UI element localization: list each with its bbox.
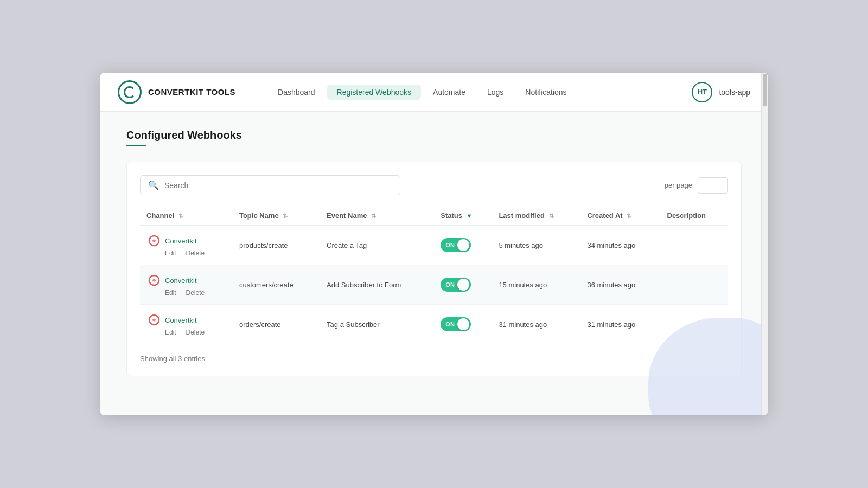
per-page-input[interactable]: 10 xyxy=(698,177,728,194)
edit-link[interactable]: Edit xyxy=(165,329,176,336)
search-box: 🔍 xyxy=(140,175,400,195)
toggle-knob xyxy=(457,239,469,251)
separator: | xyxy=(180,329,182,336)
channel-cell: Convertkit Edit | Delete xyxy=(146,273,226,297)
header: CONVERTKIT TOOLS Dashboard Registered We… xyxy=(100,73,768,112)
toggle-label: ON xyxy=(445,242,455,248)
separator: | xyxy=(180,249,182,257)
table-footer-text: Showing all 3 entries xyxy=(140,355,205,363)
channel-icon xyxy=(146,233,162,248)
search-input[interactable] xyxy=(164,181,392,190)
nav-item-automate[interactable]: Automate xyxy=(423,85,475,100)
main-content: Configured Webhooks 🔍 per page 10 xyxy=(100,112,768,415)
status-toggle[interactable]: ON xyxy=(441,238,471,252)
cell-topic: products/create xyxy=(233,226,320,265)
logo-area: CONVERTKIT TOOLS xyxy=(118,80,235,104)
table-row: Convertkit Edit | Delete orders/createTa… xyxy=(140,305,728,344)
col-event-name[interactable]: Event Name ⇅ xyxy=(320,206,434,226)
edit-link[interactable]: Edit xyxy=(165,249,176,257)
per-page-label: per page xyxy=(665,181,692,189)
delete-link[interactable]: Delete xyxy=(186,249,205,257)
avatar[interactable]: HT xyxy=(692,82,712,102)
scrollbar-thumb[interactable] xyxy=(763,74,767,106)
page-title-area: Configured Webhooks xyxy=(126,129,742,146)
page-title: Configured Webhooks xyxy=(126,129,742,142)
cell-created-at: 31 minutes ago xyxy=(580,305,660,344)
edit-link[interactable]: Edit xyxy=(165,289,176,297)
cell-description xyxy=(661,226,729,265)
channel-name: Convertkit xyxy=(165,316,197,324)
cell-channel: Convertkit Edit | Delete xyxy=(140,305,233,344)
cell-event: Create a Tag xyxy=(320,226,434,265)
sort-icon-created-at: ⇅ xyxy=(627,213,631,220)
col-topic-name[interactable]: Topic Name ⇅ xyxy=(233,206,320,226)
col-created-at[interactable]: Created At ⇅ xyxy=(580,206,660,226)
delete-link[interactable]: Delete xyxy=(186,329,205,336)
toggle-knob xyxy=(457,279,469,291)
channel-name: Convertkit xyxy=(165,277,197,285)
nav-item-dashboard[interactable]: Dashboard xyxy=(268,85,325,100)
cell-status: ON xyxy=(434,265,492,305)
cell-description xyxy=(661,305,729,344)
separator: | xyxy=(180,289,182,297)
scrollbar[interactable] xyxy=(761,73,768,415)
channel-icon xyxy=(146,273,162,288)
nav-item-logs[interactable]: Logs xyxy=(477,85,513,100)
cell-created-at: 36 minutes ago xyxy=(580,265,660,305)
user-area: HT tools-app xyxy=(692,82,750,102)
cell-event: Tag a Subscriber xyxy=(320,305,434,344)
col-description: Description xyxy=(661,206,729,226)
cell-topic: orders/create xyxy=(233,305,320,344)
status-toggle[interactable]: ON xyxy=(441,317,471,331)
col-status[interactable]: Status ▼ xyxy=(434,206,492,226)
col-last-modified[interactable]: Last modified ⇅ xyxy=(492,206,580,226)
cell-channel: Convertkit Edit | Delete xyxy=(140,265,233,305)
search-icon: 🔍 xyxy=(148,180,159,190)
sort-icon-status: ▼ xyxy=(467,213,473,219)
cell-event: Add Subscriber to Form xyxy=(320,265,434,305)
cell-last-modified: 31 minutes ago xyxy=(492,305,580,344)
sort-icon-event: ⇅ xyxy=(371,213,376,220)
status-toggle[interactable]: ON xyxy=(441,278,471,292)
cell-topic: customers/create xyxy=(233,265,320,305)
table-row: Convertkit Edit | Delete products/create… xyxy=(140,226,728,265)
channel-cell: Convertkit Edit | Delete xyxy=(146,233,226,257)
cell-last-modified: 15 minutes ago xyxy=(492,265,580,305)
sort-icon-last-modified: ⇅ xyxy=(549,213,554,220)
channel-name: Convertkit xyxy=(165,237,197,245)
table-footer: Showing all 3 entries xyxy=(140,355,728,363)
logo-text: CONVERTKIT TOOLS xyxy=(148,87,235,97)
table-toolbar: 🔍 per page 10 xyxy=(140,175,728,195)
cell-description xyxy=(661,265,729,305)
col-channel[interactable]: Channel ⇅ xyxy=(140,206,233,226)
cell-channel: Convertkit Edit | Delete xyxy=(140,226,233,265)
nav-item-registered-webhooks[interactable]: Registered Webhooks xyxy=(327,85,421,100)
cell-created-at: 34 minutes ago xyxy=(580,226,660,265)
main-nav: Dashboard Registered Webhooks Automate L… xyxy=(268,85,692,100)
sort-icon-channel: ⇅ xyxy=(178,213,183,220)
table-card: 🔍 per page 10 Channel ⇅ xyxy=(126,162,742,376)
cell-status: ON xyxy=(434,305,492,344)
sort-icon-topic: ⇅ xyxy=(283,213,288,220)
cell-last-modified: 5 minutes ago xyxy=(492,226,580,265)
delete-link[interactable]: Delete xyxy=(186,289,205,297)
cell-status: ON xyxy=(434,226,492,265)
nav-item-notifications[interactable]: Notifications xyxy=(515,85,576,100)
table-row: Convertkit Edit | Delete customers/creat… xyxy=(140,265,728,305)
toggle-label: ON xyxy=(445,321,455,328)
title-underline xyxy=(126,145,146,146)
user-app-label: tools-app xyxy=(719,88,750,97)
logo-icon xyxy=(118,80,142,104)
channel-icon xyxy=(146,312,162,328)
per-page-area: per page 10 xyxy=(665,177,728,194)
toggle-knob xyxy=(457,318,469,330)
webhooks-table: Channel ⇅ Topic Name ⇅ Event Name ⇅ St xyxy=(140,206,728,344)
channel-cell: Convertkit Edit | Delete xyxy=(146,312,226,336)
toggle-label: ON xyxy=(445,281,455,288)
